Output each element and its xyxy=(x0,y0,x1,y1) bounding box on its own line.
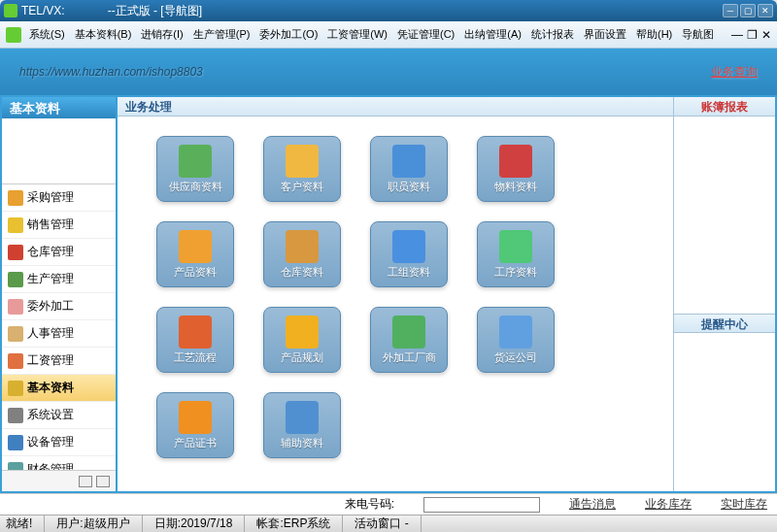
app-glyph xyxy=(286,230,319,263)
sidebar-footer xyxy=(2,470,116,491)
banner-url: https://www.huzhan.com/ishop8803 xyxy=(19,65,203,79)
sidebar-item-icon xyxy=(8,217,23,233)
app-icon-3[interactable]: 物料资料 xyxy=(477,136,555,202)
app-icon-11[interactable]: 货运公司 xyxy=(477,307,555,373)
sidebar-item-label: 设备管理 xyxy=(27,434,74,450)
app-icon-12[interactable]: 产品证书 xyxy=(156,392,234,458)
menu-6[interactable]: 凭证管理(C) xyxy=(393,25,458,44)
app-icon-9[interactable]: 产品规划 xyxy=(263,307,341,373)
app-icon-2[interactable]: 职员资料 xyxy=(370,136,448,202)
app-glyph xyxy=(179,145,212,178)
app-glyph xyxy=(179,401,212,434)
sidebar-item-icon xyxy=(8,435,23,450)
app-icon-1[interactable]: 客户资料 xyxy=(263,136,341,202)
status-window: 活动窗口 - xyxy=(355,515,421,532)
sidebar-item-label: 采购管理 xyxy=(27,189,74,206)
report-panel-title[interactable]: 账簿报表 xyxy=(674,97,775,116)
sidebar-view-list[interactable] xyxy=(96,476,110,487)
menu-bar: 系统(S)基本资料(B)进销存(I)生产管理(P)委外加工(O)工资管理(W)凭… xyxy=(0,21,777,49)
app-label: 货运公司 xyxy=(494,350,537,365)
app-icon-0[interactable]: 供应商资料 xyxy=(156,136,234,202)
sidebar-item-icon xyxy=(8,190,23,206)
status-ready: 就绪! xyxy=(6,515,45,532)
sidebar-item-label: 基本资料 xyxy=(27,380,74,396)
caller-input[interactable] xyxy=(423,497,540,513)
app-label: 工组资料 xyxy=(388,265,430,280)
sidebar-item-1[interactable]: 销售管理 xyxy=(2,212,116,239)
sidebar-item-9[interactable]: 设备管理 xyxy=(2,429,116,456)
sidebar-item-label: 系统设置 xyxy=(27,407,74,423)
app-label: 工序资料 xyxy=(494,265,537,280)
reminder-panel-title[interactable]: 提醒中心 xyxy=(674,314,775,333)
maximize-button[interactable]: ▢ xyxy=(740,4,756,17)
caller-label: 来电号码: xyxy=(345,496,394,513)
sidebar-item-5[interactable]: 人事管理 xyxy=(2,320,116,348)
menu-10[interactable]: 帮助(H) xyxy=(632,25,676,44)
app-icon-5[interactable]: 仓库资料 xyxy=(263,221,341,287)
status-user: 用户:超级用户 xyxy=(56,515,142,532)
announcement-link[interactable]: 通告消息 xyxy=(569,496,616,513)
status-bar: 就绪! 用户:超级用户 日期:2019/7/18 帐套:ERP系统 活动窗口 - xyxy=(0,515,777,532)
menu-0[interactable]: 系统(S) xyxy=(25,25,69,44)
app-label: 工艺流程 xyxy=(174,350,217,365)
sidebar-item-icon xyxy=(8,299,23,315)
menu-5[interactable]: 工资管理(W) xyxy=(323,25,391,44)
banner: https://www.huzhan.com/ishop8803 业务查询 xyxy=(0,49,777,95)
business-search-link[interactable]: 业务查询 xyxy=(711,64,758,81)
app-label: 供应商资料 xyxy=(169,180,222,194)
sidebar-image xyxy=(2,118,116,184)
sidebar-item-6[interactable]: 工资管理 xyxy=(2,348,116,375)
business-stock-link[interactable]: 业务库存 xyxy=(645,496,692,513)
sidebar-item-3[interactable]: 生产管理 xyxy=(2,266,116,293)
app-icon-10[interactable]: 外加工厂商 xyxy=(370,307,448,373)
menu-3[interactable]: 生产管理(P) xyxy=(189,25,254,44)
footer-bar: 来电号码: 通告消息 业务库存 实时库存 xyxy=(0,493,777,515)
app-label: 外加工厂商 xyxy=(383,350,436,365)
menu-7[interactable]: 出纳管理(A) xyxy=(460,25,525,44)
menu-1[interactable]: 基本资料(B) xyxy=(71,25,136,44)
app-icon-13[interactable]: 辅助资料 xyxy=(263,392,341,458)
minimize-button[interactable]: ─ xyxy=(723,4,738,17)
app-icon-4[interactable]: 产品资料 xyxy=(156,221,234,287)
sidebar-item-7[interactable]: 基本资料 xyxy=(2,375,116,402)
sidebar-item-icon xyxy=(8,353,23,369)
realtime-stock-link[interactable]: 实时库存 xyxy=(721,496,767,513)
close-button[interactable]: ✕ xyxy=(758,4,773,17)
inner-close-button[interactable]: ✕ xyxy=(761,28,771,42)
inner-minimize-button[interactable]: — xyxy=(731,28,743,42)
sidebar-item-icon xyxy=(8,272,23,287)
title-bar: TEL/VX: --正式版 - [导航图] ─ ▢ ✕ xyxy=(0,0,777,21)
sidebar-view-icons[interactable] xyxy=(79,476,92,487)
title-suffix: --正式版 - [导航图] xyxy=(108,3,202,19)
status-db: 帐套:ERP系统 xyxy=(256,515,343,532)
app-icon-8[interactable]: 工艺流程 xyxy=(156,307,234,373)
sidebar-item-8[interactable]: 系统设置 xyxy=(2,402,116,429)
menu-4[interactable]: 委外加工(O) xyxy=(255,25,321,44)
inner-restore-button[interactable]: ❐ xyxy=(747,28,758,42)
app-label: 仓库资料 xyxy=(281,265,323,280)
reminder-panel-body xyxy=(674,333,775,491)
sidebar-item-icon xyxy=(8,245,23,260)
app-label: 辅助资料 xyxy=(281,436,323,450)
sidebar-item-label: 销售管理 xyxy=(27,216,74,233)
app-icon-7[interactable]: 工序资料 xyxy=(477,221,555,287)
menu-9[interactable]: 界面设置 xyxy=(580,25,630,44)
app-icon-6[interactable]: 工组资料 xyxy=(370,221,448,287)
sidebar-item-label: 委外加工 xyxy=(27,298,74,315)
menu-2[interactable]: 进销存(I) xyxy=(137,25,186,44)
menu-8[interactable]: 统计报表 xyxy=(527,25,578,44)
menu-11[interactable]: 导航图 xyxy=(678,25,718,44)
sidebar-item-2[interactable]: 仓库管理 xyxy=(2,239,116,266)
app-glyph xyxy=(499,145,532,178)
sidebar-item-0[interactable]: 采购管理 xyxy=(2,184,116,212)
sidebar-item-4[interactable]: 委外加工 xyxy=(2,293,116,320)
sidebar-item-label: 人事管理 xyxy=(27,325,74,342)
user-icon xyxy=(6,27,21,43)
title-prefix: TEL/VX: xyxy=(21,4,65,17)
sidebar-item-label: 仓库管理 xyxy=(27,244,74,260)
app-glyph xyxy=(179,316,212,349)
app-label: 物料资料 xyxy=(494,180,537,194)
app-glyph xyxy=(286,145,319,178)
sidebar-item-label: 财务管理 xyxy=(27,461,74,470)
sidebar-item-10[interactable]: 财务管理 xyxy=(2,456,116,470)
